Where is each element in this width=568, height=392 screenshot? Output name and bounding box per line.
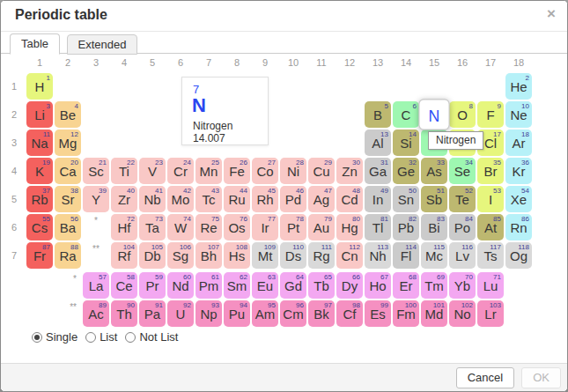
element-cell[interactable]: 51Sb (421, 186, 447, 212)
element-cell[interactable]: 11Na (26, 129, 53, 156)
element-cell[interactable]: 59Pr (139, 272, 166, 299)
element-cell[interactable]: 114Fl (393, 242, 419, 269)
element-cell[interactable]: 63Eu (252, 272, 278, 299)
element-cell[interactable]: 38Sr (55, 186, 81, 212)
element-cell[interactable]: 18Ar (505, 129, 532, 156)
radio-single[interactable]: Single (32, 330, 77, 344)
element-cell[interactable]: 10Ne (505, 101, 532, 128)
element-cell[interactable]: 22Ti (111, 158, 137, 184)
element-cell[interactable]: 5B (365, 101, 391, 128)
element-cell[interactable]: 29Cu (308, 158, 335, 184)
element-cell[interactable]: 67Ho (365, 272, 391, 299)
element-cell[interactable]: 35Br (477, 158, 504, 184)
element-cell[interactable]: 48Cd (336, 186, 363, 212)
element-cell[interactable]: 82Pb (393, 214, 419, 240)
element-cell[interactable]: 37Rb (26, 186, 53, 212)
element-cell[interactable]: 50Sn (393, 186, 419, 212)
element-cell[interactable]: 107Bh (195, 242, 222, 269)
element-cell[interactable]: 34Se (449, 158, 476, 184)
element-cell[interactable]: 85At (477, 214, 504, 240)
element-cell[interactable]: 47Ag (308, 186, 335, 212)
element-cell[interactable]: 40Zr (111, 186, 137, 212)
element-cell[interactable]: 105Db (139, 242, 166, 269)
element-cell[interactable]: 80Hg (336, 214, 363, 240)
element-cell[interactable]: 4Be (55, 101, 81, 128)
element-cell[interactable]: 23V (139, 158, 166, 184)
element-cell[interactable]: 111Rg (308, 242, 335, 269)
element-cell[interactable]: 78Pt (280, 214, 306, 240)
element-cell[interactable]: 52Te (449, 186, 476, 212)
element-cell[interactable]: 3Li (26, 101, 53, 128)
element-cell[interactable]: 14Si (393, 129, 419, 156)
element-cell[interactable]: 33As (421, 158, 447, 184)
element-cell[interactable]: 44Ru (224, 186, 250, 212)
element-cell[interactable]: 49In (365, 186, 391, 212)
element-cell[interactable]: 104Rf (111, 242, 137, 269)
element-cell[interactable]: 72Hf (111, 214, 137, 240)
element-cell[interactable]: 9F (477, 101, 504, 128)
element-cell[interactable]: 89Ac (83, 300, 109, 327)
element-cell[interactable]: 97Bk (308, 300, 335, 327)
element-cell[interactable]: 91Pa (139, 300, 166, 327)
element-cell[interactable]: 54Xe (505, 186, 532, 212)
tab-table[interactable]: Table (10, 33, 60, 55)
element-cell[interactable]: 88Ra (55, 242, 81, 269)
element-cell[interactable]: 108Hs (224, 242, 250, 269)
element-cell[interactable]: 19K (26, 158, 53, 184)
element-cell[interactable]: 12Mg (55, 129, 81, 156)
element-cell[interactable]: 30Zn (336, 158, 363, 184)
radio-not-list[interactable]: Not List (125, 330, 178, 344)
element-cell[interactable]: 77Ir (252, 214, 278, 240)
element-cell[interactable]: 115Mc (421, 242, 447, 269)
radio-list[interactable]: List (85, 330, 117, 344)
element-cell[interactable]: 21Sc (83, 158, 109, 184)
element-cell[interactable]: 71Lu (477, 272, 504, 299)
element-cell[interactable]: 32Ge (393, 158, 419, 184)
element-cell[interactable]: 68Er (393, 272, 419, 299)
element-cell[interactable]: 95Am (252, 300, 278, 327)
tab-extended[interactable]: Extended (67, 34, 138, 55)
element-cell[interactable]: 74W (167, 214, 194, 240)
element-cell[interactable]: 60Nd (167, 272, 194, 299)
element-cell[interactable]: 79Au (308, 214, 335, 240)
element-cell[interactable]: 94Pu (224, 300, 250, 327)
element-cell[interactable]: 84Po (449, 214, 476, 240)
radio-icon[interactable] (125, 332, 136, 343)
element-cell[interactable]: 45Rh (252, 186, 278, 212)
element-cell[interactable]: 62Sm (224, 272, 250, 299)
element-cell[interactable]: 31Ga (365, 158, 391, 184)
element-cell[interactable]: 98Cf (336, 300, 363, 327)
element-cell[interactable]: 86Rn (505, 214, 532, 240)
element-cell[interactable]: 27Co (252, 158, 278, 184)
element-cell[interactable]: 66Dy (336, 272, 363, 299)
element-cell[interactable]: 100Fm (393, 300, 419, 327)
element-cell[interactable]: 2He (505, 73, 532, 100)
element-cell[interactable]: 103Lr (477, 300, 504, 327)
element-cell[interactable]: 8O (449, 101, 476, 128)
element-cell[interactable]: 116Lv (449, 242, 476, 269)
element-cell[interactable]: 41Nb (139, 186, 166, 212)
element-cell[interactable]: 43Tc (195, 186, 222, 212)
element-cell[interactable]: 92U (167, 300, 194, 327)
element-cell[interactable]: 65Tb (308, 272, 335, 299)
element-cell[interactable]: 26Fe (224, 158, 250, 184)
element-cell[interactable]: 20Ca (55, 158, 81, 184)
element-cell[interactable]: 83Bi (421, 214, 447, 240)
element-cell[interactable]: 117Ts (477, 242, 504, 269)
element-cell[interactable]: 69Tm (421, 272, 447, 299)
element-cell[interactable]: 110Ds (280, 242, 306, 269)
element-cell[interactable]: 112Cn (336, 242, 363, 269)
element-cell[interactable]: 61Pm (195, 272, 222, 299)
element-cell[interactable]: 73Ta (139, 214, 166, 240)
cancel-button[interactable]: Cancel (456, 367, 514, 388)
element-cell[interactable]: 101Md (421, 300, 447, 327)
element-cell[interactable]: 93Np (195, 300, 222, 327)
element-cell[interactable]: 1H (26, 73, 53, 100)
element-cell[interactable]: 55Cs (26, 214, 53, 240)
element-cell[interactable]: 42Mo (167, 186, 194, 212)
radio-icon[interactable] (32, 332, 42, 343)
element-cell[interactable]: 90Th (111, 300, 137, 327)
element-cell[interactable]: 36Kr (505, 158, 532, 184)
element-cell[interactable]: 70Yb (449, 272, 476, 299)
element-cell[interactable]: 53I (477, 186, 504, 212)
